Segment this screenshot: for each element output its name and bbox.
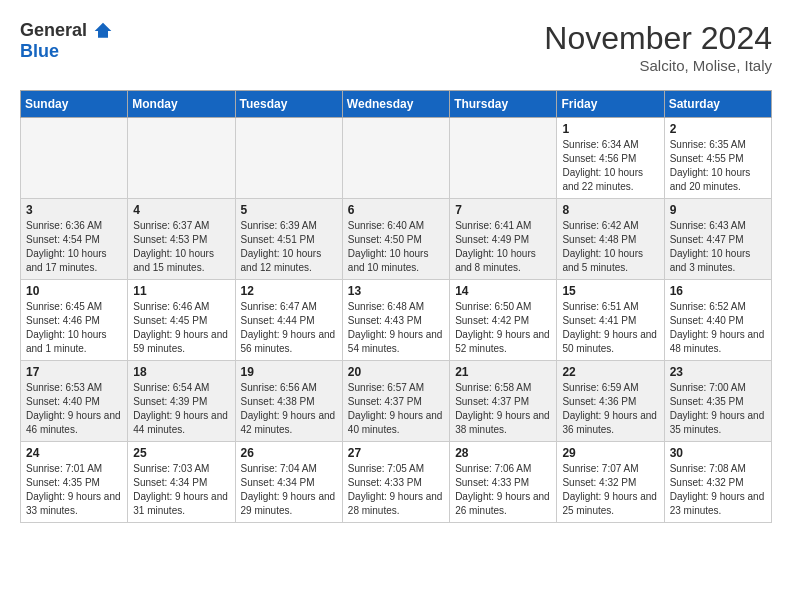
day-number: 26 [241, 446, 337, 460]
day-number: 3 [26, 203, 122, 217]
day-info: Sunrise: 6:45 AM Sunset: 4:46 PM Dayligh… [26, 300, 122, 356]
calendar-cell: 20Sunrise: 6:57 AM Sunset: 4:37 PM Dayli… [342, 361, 449, 442]
calendar-cell: 28Sunrise: 7:06 AM Sunset: 4:33 PM Dayli… [450, 442, 557, 523]
day-info: Sunrise: 6:50 AM Sunset: 4:42 PM Dayligh… [455, 300, 551, 356]
day-number: 27 [348, 446, 444, 460]
month-title: November 2024 [544, 20, 772, 57]
logo: General Blue [20, 20, 113, 62]
day-number: 29 [562, 446, 658, 460]
day-number: 22 [562, 365, 658, 379]
svg-marker-0 [95, 22, 112, 37]
calendar-week-5: 24Sunrise: 7:01 AM Sunset: 4:35 PM Dayli… [21, 442, 772, 523]
day-info: Sunrise: 7:01 AM Sunset: 4:35 PM Dayligh… [26, 462, 122, 518]
day-number: 15 [562, 284, 658, 298]
weekday-header-row: SundayMondayTuesdayWednesdayThursdayFrid… [21, 91, 772, 118]
day-info: Sunrise: 6:36 AM Sunset: 4:54 PM Dayligh… [26, 219, 122, 275]
day-info: Sunrise: 7:08 AM Sunset: 4:32 PM Dayligh… [670, 462, 766, 518]
calendar-cell: 18Sunrise: 6:54 AM Sunset: 4:39 PM Dayli… [128, 361, 235, 442]
calendar-week-4: 17Sunrise: 6:53 AM Sunset: 4:40 PM Dayli… [21, 361, 772, 442]
calendar-cell: 12Sunrise: 6:47 AM Sunset: 4:44 PM Dayli… [235, 280, 342, 361]
calendar-cell: 17Sunrise: 6:53 AM Sunset: 4:40 PM Dayli… [21, 361, 128, 442]
day-info: Sunrise: 6:37 AM Sunset: 4:53 PM Dayligh… [133, 219, 229, 275]
calendar-cell: 30Sunrise: 7:08 AM Sunset: 4:32 PM Dayli… [664, 442, 771, 523]
calendar-week-2: 3Sunrise: 6:36 AM Sunset: 4:54 PM Daylig… [21, 199, 772, 280]
day-number: 13 [348, 284, 444, 298]
calendar-cell: 5Sunrise: 6:39 AM Sunset: 4:51 PM Daylig… [235, 199, 342, 280]
day-number: 11 [133, 284, 229, 298]
weekday-header-tuesday: Tuesday [235, 91, 342, 118]
logo-general-text: General [20, 20, 87, 41]
day-number: 2 [670, 122, 766, 136]
day-info: Sunrise: 7:06 AM Sunset: 4:33 PM Dayligh… [455, 462, 551, 518]
day-info: Sunrise: 6:58 AM Sunset: 4:37 PM Dayligh… [455, 381, 551, 437]
calendar-cell: 21Sunrise: 6:58 AM Sunset: 4:37 PM Dayli… [450, 361, 557, 442]
day-number: 16 [670, 284, 766, 298]
day-number: 23 [670, 365, 766, 379]
calendar-cell: 7Sunrise: 6:41 AM Sunset: 4:49 PM Daylig… [450, 199, 557, 280]
day-number: 1 [562, 122, 658, 136]
day-number: 28 [455, 446, 551, 460]
day-info: Sunrise: 6:40 AM Sunset: 4:50 PM Dayligh… [348, 219, 444, 275]
calendar-cell: 14Sunrise: 6:50 AM Sunset: 4:42 PM Dayli… [450, 280, 557, 361]
day-number: 4 [133, 203, 229, 217]
weekday-header-friday: Friday [557, 91, 664, 118]
calendar-cell: 8Sunrise: 6:42 AM Sunset: 4:48 PM Daylig… [557, 199, 664, 280]
calendar-cell: 2Sunrise: 6:35 AM Sunset: 4:55 PM Daylig… [664, 118, 771, 199]
calendar-week-3: 10Sunrise: 6:45 AM Sunset: 4:46 PM Dayli… [21, 280, 772, 361]
calendar-cell: 19Sunrise: 6:56 AM Sunset: 4:38 PM Dayli… [235, 361, 342, 442]
title-block: November 2024 Salcito, Molise, Italy [544, 20, 772, 74]
day-info: Sunrise: 7:07 AM Sunset: 4:32 PM Dayligh… [562, 462, 658, 518]
day-number: 19 [241, 365, 337, 379]
day-info: Sunrise: 7:04 AM Sunset: 4:34 PM Dayligh… [241, 462, 337, 518]
calendar-cell: 23Sunrise: 7:00 AM Sunset: 4:35 PM Dayli… [664, 361, 771, 442]
weekday-header-sunday: Sunday [21, 91, 128, 118]
day-info: Sunrise: 7:00 AM Sunset: 4:35 PM Dayligh… [670, 381, 766, 437]
calendar-cell: 4Sunrise: 6:37 AM Sunset: 4:53 PM Daylig… [128, 199, 235, 280]
day-info: Sunrise: 6:51 AM Sunset: 4:41 PM Dayligh… [562, 300, 658, 356]
day-info: Sunrise: 6:56 AM Sunset: 4:38 PM Dayligh… [241, 381, 337, 437]
weekday-header-saturday: Saturday [664, 91, 771, 118]
day-number: 17 [26, 365, 122, 379]
calendar-cell: 27Sunrise: 7:05 AM Sunset: 4:33 PM Dayli… [342, 442, 449, 523]
day-number: 8 [562, 203, 658, 217]
day-info: Sunrise: 6:34 AM Sunset: 4:56 PM Dayligh… [562, 138, 658, 194]
day-info: Sunrise: 6:35 AM Sunset: 4:55 PM Dayligh… [670, 138, 766, 194]
day-info: Sunrise: 6:47 AM Sunset: 4:44 PM Dayligh… [241, 300, 337, 356]
day-info: Sunrise: 6:46 AM Sunset: 4:45 PM Dayligh… [133, 300, 229, 356]
calendar-cell: 10Sunrise: 6:45 AM Sunset: 4:46 PM Dayli… [21, 280, 128, 361]
day-info: Sunrise: 7:05 AM Sunset: 4:33 PM Dayligh… [348, 462, 444, 518]
logo-icon [93, 21, 113, 41]
day-number: 10 [26, 284, 122, 298]
day-number: 18 [133, 365, 229, 379]
day-number: 30 [670, 446, 766, 460]
calendar-cell [21, 118, 128, 199]
day-info: Sunrise: 6:48 AM Sunset: 4:43 PM Dayligh… [348, 300, 444, 356]
day-info: Sunrise: 6:42 AM Sunset: 4:48 PM Dayligh… [562, 219, 658, 275]
calendar-cell: 25Sunrise: 7:03 AM Sunset: 4:34 PM Dayli… [128, 442, 235, 523]
calendar-cell: 1Sunrise: 6:34 AM Sunset: 4:56 PM Daylig… [557, 118, 664, 199]
day-number: 25 [133, 446, 229, 460]
location-text: Salcito, Molise, Italy [544, 57, 772, 74]
day-number: 9 [670, 203, 766, 217]
page-header: General Blue November 2024 Salcito, Moli… [20, 20, 772, 74]
day-number: 6 [348, 203, 444, 217]
calendar-cell: 3Sunrise: 6:36 AM Sunset: 4:54 PM Daylig… [21, 199, 128, 280]
calendar-week-1: 1Sunrise: 6:34 AM Sunset: 4:56 PM Daylig… [21, 118, 772, 199]
day-info: Sunrise: 6:54 AM Sunset: 4:39 PM Dayligh… [133, 381, 229, 437]
weekday-header-monday: Monday [128, 91, 235, 118]
calendar-cell: 9Sunrise: 6:43 AM Sunset: 4:47 PM Daylig… [664, 199, 771, 280]
day-info: Sunrise: 6:57 AM Sunset: 4:37 PM Dayligh… [348, 381, 444, 437]
day-info: Sunrise: 7:03 AM Sunset: 4:34 PM Dayligh… [133, 462, 229, 518]
day-info: Sunrise: 6:52 AM Sunset: 4:40 PM Dayligh… [670, 300, 766, 356]
calendar-cell: 22Sunrise: 6:59 AM Sunset: 4:36 PM Dayli… [557, 361, 664, 442]
day-number: 24 [26, 446, 122, 460]
calendar-cell [128, 118, 235, 199]
calendar-cell: 6Sunrise: 6:40 AM Sunset: 4:50 PM Daylig… [342, 199, 449, 280]
day-info: Sunrise: 6:43 AM Sunset: 4:47 PM Dayligh… [670, 219, 766, 275]
day-info: Sunrise: 6:41 AM Sunset: 4:49 PM Dayligh… [455, 219, 551, 275]
day-number: 7 [455, 203, 551, 217]
calendar-cell: 13Sunrise: 6:48 AM Sunset: 4:43 PM Dayli… [342, 280, 449, 361]
day-info: Sunrise: 6:53 AM Sunset: 4:40 PM Dayligh… [26, 381, 122, 437]
logo-blue-text: Blue [20, 41, 59, 62]
calendar-cell [450, 118, 557, 199]
